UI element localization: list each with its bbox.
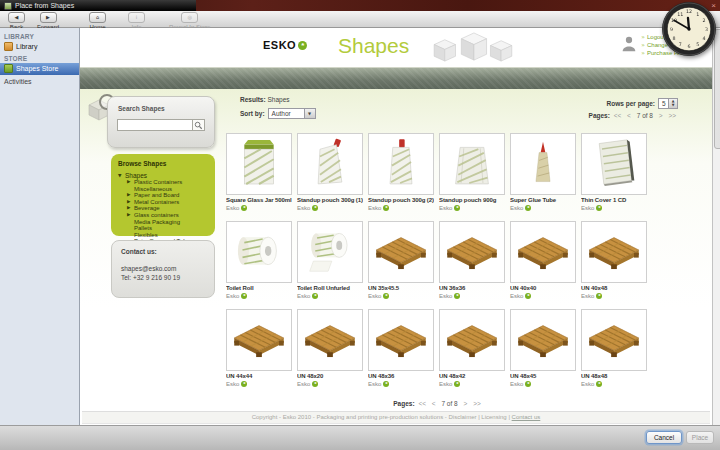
product-thumbnail[interactable] — [510, 133, 576, 195]
product-card[interactable]: UN 48x48 Esko * — [581, 309, 647, 387]
stepper-icons[interactable]: ▲ ▼ — [668, 99, 677, 108]
product-name[interactable]: Super Glue Tube — [510, 197, 576, 204]
chevron-down-icon[interactable]: ▼ — [304, 109, 315, 118]
product-card[interactable]: Toilet Roll Unfurled Esko * — [297, 221, 363, 299]
page-next-link[interactable]: > — [659, 112, 663, 119]
page-last-link[interactable]: >> — [473, 400, 481, 407]
contact-email-link[interactable]: shapes@esko.com — [121, 265, 205, 272]
page-indicator: 7 of 8 — [441, 400, 457, 407]
sidebar-item-activities[interactable]: Activities — [0, 77, 79, 87]
product-thumbnail[interactable] — [510, 309, 576, 371]
product-name[interactable]: UN 40x40 — [510, 285, 576, 292]
product-thumbnail[interactable] — [439, 309, 505, 371]
product-name[interactable]: Toilet Roll — [226, 285, 292, 292]
product-name[interactable]: UN 48x20 — [297, 373, 363, 380]
boxes-graphic — [428, 31, 516, 64]
product-thumbnail[interactable] — [368, 309, 434, 371]
browse-category[interactable]: Media Packaging — [118, 219, 208, 226]
page-last-link[interactable]: >> — [668, 112, 676, 119]
product-card[interactable]: Super Glue Tube Esko * — [510, 133, 576, 211]
browse-category-label: Beverage — [134, 205, 160, 212]
page-prev-link[interactable]: < — [627, 112, 631, 119]
product-name[interactable]: Thin Cover 1 CD — [581, 197, 647, 204]
product-thumbnail[interactable] — [226, 309, 292, 371]
browse-category[interactable]: ▶ Beverage — [118, 205, 208, 212]
browse-category[interactable]: Flexibles — [118, 232, 208, 239]
product-card[interactable]: Toilet Roll Esko * — [226, 221, 292, 299]
product-thumbnail[interactable] — [581, 309, 647, 371]
browse-category[interactable]: ▶ Plastic Containers — [118, 179, 208, 186]
product-card[interactable]: UN 44x44 Esko * — [226, 309, 292, 387]
search-panel: Search Shapes — [107, 96, 215, 148]
page-first-link[interactable]: << — [614, 112, 622, 119]
cancel-button[interactable]: Cancel — [646, 431, 682, 444]
product-author-line: Esko * — [226, 205, 292, 211]
sidebar-item-library[interactable]: Library — [0, 41, 79, 53]
browse-category-label: Paper and Board — [134, 192, 179, 199]
product-thumbnail[interactable] — [226, 221, 292, 283]
product-card[interactable]: UN 48x36 Esko * — [368, 309, 434, 387]
product-name[interactable]: Standup pouch 900g — [439, 197, 505, 204]
product-name[interactable]: Square Glass Jar 500ml — [226, 197, 292, 204]
product-card[interactable]: Standup pouch 900g Esko * — [439, 133, 505, 211]
sort-dropdown[interactable]: Author ▼ — [268, 108, 316, 119]
product-author-line: Esko * — [581, 293, 647, 299]
product-card[interactable]: Standup pouch 300g (1) Esko * — [297, 133, 363, 211]
page-prev-link[interactable]: < — [432, 400, 436, 407]
browse-category[interactable]: Pallets — [118, 225, 208, 232]
browse-category[interactable]: ▶ Paper and Board — [118, 192, 208, 199]
rows-per-page-stepper[interactable]: 5 ▲ ▼ — [658, 98, 678, 109]
product-name[interactable]: UN 40x48 — [581, 285, 647, 292]
product-name[interactable]: Standup pouch 300g (1) — [297, 197, 363, 204]
product-thumbnail[interactable] — [368, 221, 434, 283]
product-card[interactable]: UN 35x45.5 Esko * — [368, 221, 434, 299]
page-next-link[interactable]: > — [464, 400, 468, 407]
search-button[interactable] — [192, 119, 205, 131]
browse-category[interactable]: ▶ Metal Containers — [118, 199, 208, 206]
product-thumbnail[interactable] — [226, 133, 292, 195]
product-thumbnail[interactable] — [297, 221, 363, 283]
product-card[interactable]: Thin Cover 1 CD Esko * — [581, 133, 647, 211]
product-author-line: Esko * — [297, 205, 363, 211]
toilet-roll-image — [235, 228, 283, 276]
browse-category[interactable]: ▶ Glass containers — [118, 212, 208, 219]
pouch-gusset-image — [451, 136, 493, 192]
stepper-down-icon[interactable]: ▼ — [672, 104, 675, 108]
product-card[interactable]: UN 48x20 Esko * — [297, 309, 363, 387]
product-card[interactable]: UN 40x40 Esko * — [510, 221, 576, 299]
product-name[interactable]: Toilet Roll Unfurled — [297, 285, 363, 292]
product-thumbnail[interactable] — [439, 133, 505, 195]
product-name[interactable]: UN 48x48 — [581, 373, 647, 380]
sidebar-item-label: Activities — [4, 78, 32, 85]
place-button[interactable]: Place — [686, 431, 714, 444]
product-name[interactable]: UN 48x45 — [510, 373, 576, 380]
sidebar-item-shapes-store[interactable]: Shapes Store — [0, 63, 79, 75]
product-card[interactable]: UN 36x36 Esko * — [439, 221, 505, 299]
browse-root-shapes[interactable]: ▼ Shapes — [118, 172, 208, 179]
product-author-line: Esko * — [226, 381, 292, 387]
product-card[interactable]: UN 48x42 Esko * — [439, 309, 505, 387]
product-name[interactable]: UN 48x36 — [368, 373, 434, 380]
page-first-link[interactable]: << — [418, 400, 426, 407]
product-card[interactable]: UN 40x48 Esko * — [581, 221, 647, 299]
product-thumbnail[interactable] — [368, 133, 434, 195]
product-card[interactable]: UN 48x45 Esko * — [510, 309, 576, 387]
product-thumbnail[interactable] — [297, 133, 363, 195]
product-author: Esko — [226, 381, 239, 387]
product-card[interactable]: Square Glass Jar 500ml Esko * — [226, 133, 292, 211]
product-thumbnail[interactable] — [581, 221, 647, 283]
search-input[interactable] — [117, 119, 192, 131]
product-name[interactable]: UN 36x36 — [439, 285, 505, 292]
product-name[interactable]: UN 35x45.5 — [368, 285, 434, 292]
product-name[interactable]: Standup pouch 300g (2) — [368, 197, 434, 204]
product-thumbnail[interactable] — [581, 133, 647, 195]
contact-us-link[interactable]: Contact us — [512, 414, 541, 420]
product-name[interactable]: UN 48x42 — [439, 373, 505, 380]
browse-category[interactable]: Miscellaneous — [118, 186, 208, 193]
scrollbar[interactable] — [712, 28, 720, 425]
product-thumbnail[interactable] — [439, 221, 505, 283]
product-card[interactable]: Standup pouch 300g (2) Esko * — [368, 133, 434, 211]
product-thumbnail[interactable] — [297, 309, 363, 371]
product-thumbnail[interactable] — [510, 221, 576, 283]
product-name[interactable]: UN 44x44 — [226, 373, 292, 380]
